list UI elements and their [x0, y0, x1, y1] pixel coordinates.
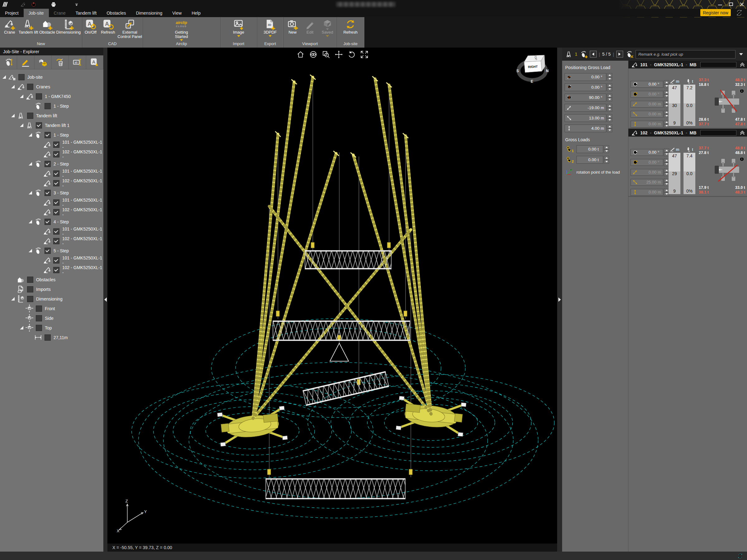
close-button[interactable]: [740, 2, 744, 6]
minimize-button[interactable]: [718, 2, 722, 6]
menu-tab[interactable]: Help: [187, 9, 206, 17]
rotate-view-button[interactable]: [347, 50, 356, 59]
value-input[interactable]: 0.00 °: [565, 73, 606, 81]
tree-item-checkbox[interactable]: [53, 151, 59, 157]
expander-icon[interactable]: [20, 326, 23, 329]
tree-item[interactable]: 5 - Step: [0, 246, 103, 256]
power-icon[interactable]: [30, 1, 37, 7]
tree-item-checkbox[interactable]: [53, 170, 59, 177]
tree-item-checkbox[interactable]: [36, 325, 42, 331]
value-input[interactable]: 25.00 m: [630, 179, 663, 186]
menu-tab[interactable]: Dimensioning: [131, 9, 168, 17]
menu-tab[interactable]: View: [168, 9, 187, 17]
tree-item-checkbox[interactable]: [45, 161, 51, 167]
tree-item-checkbox[interactable]: [53, 267, 59, 273]
expander-icon[interactable]: [29, 249, 32, 252]
value-input[interactable]: 0.00 °: [630, 159, 663, 166]
tree-item[interactable]: Cranes: [0, 82, 103, 91]
ribbon-button[interactable]: Getting Started: [168, 19, 195, 41]
ribbon-button[interactable]: Dimensioning: [56, 19, 81, 34]
expander-icon[interactable]: [29, 133, 32, 137]
expander-icon[interactable]: [11, 85, 15, 88]
tree-item-checkbox[interactable]: [18, 74, 25, 80]
expander-icon[interactable]: [11, 114, 15, 117]
rotation-point-row[interactable]: rotation point of the load: [565, 168, 626, 176]
tree-item[interactable]: 102 - GMK5250XL-1 -: [0, 236, 103, 246]
expander-icon[interactable]: [11, 297, 15, 300]
tree-item[interactable]: Side: [0, 313, 103, 323]
remark-dropdown-button[interactable]: [738, 50, 745, 58]
tree-item[interactable]: 102 - GMK5250XL-1 -: [0, 265, 103, 275]
quick-access-caret-icon[interactable]: [74, 1, 80, 7]
spin-up-button[interactable]: [604, 156, 609, 160]
value-input[interactable]: 4.00 m: [565, 125, 606, 132]
rename-tool-button[interactable]: [69, 55, 86, 69]
tree-item[interactable]: Job-site: [0, 72, 103, 82]
tree-item[interactable]: Tandem lift: [0, 111, 103, 121]
expander-icon[interactable]: [20, 124, 23, 127]
delete-tool-button[interactable]: [52, 55, 69, 69]
menu-tab[interactable]: Obstacles: [101, 9, 131, 17]
value-input[interactable]: 0.00 °: [630, 91, 663, 98]
tree-item-checkbox[interactable]: [53, 257, 59, 264]
orbit-button[interactable]: [309, 50, 317, 59]
tree-item[interactable]: Top: [0, 323, 103, 332]
tree-item[interactable]: 3 - Step: [0, 188, 103, 197]
tree-item-checkbox[interactable]: [53, 209, 59, 215]
spin-up-button[interactable]: [607, 94, 612, 98]
value-input[interactable]: 0.00 °: [630, 81, 663, 88]
tree-item[interactable]: 101 - GMK5250XL-1 -: [0, 197, 103, 207]
value-input[interactable]: 0.00 m: [630, 121, 663, 128]
expander-icon[interactable]: [20, 95, 23, 98]
register-now-button[interactable]: Register now: [700, 9, 731, 16]
crane-quick-icon[interactable]: [20, 1, 26, 7]
value-input[interactable]: 0.00 °: [565, 83, 606, 91]
ribbon-button[interactable]: Refresh: [342, 19, 359, 34]
tree-item-checkbox[interactable]: [53, 229, 59, 235]
tree-item[interactable]: 102 - GMK5250XL-1 -: [0, 207, 103, 217]
value-input[interactable]: 0.00 °: [630, 149, 663, 156]
ribbon-button[interactable]: External Control Panel: [117, 19, 143, 38]
tree-item-checkbox[interactable]: [36, 122, 42, 129]
tree-item[interactable]: 101 - GMK5250XL-1 -: [0, 169, 103, 178]
tree-item-checkbox[interactable]: [36, 315, 42, 321]
spin-down-button[interactable]: [607, 118, 612, 122]
spin-up-button[interactable]: [607, 73, 612, 77]
ribbon-button[interactable]: 3DPDF: [262, 19, 279, 37]
spin-up-button[interactable]: [604, 145, 609, 149]
view-cube-compass[interactable]: S N E RIGHT TOP: [514, 52, 551, 85]
ribbon-button[interactable]: Tandem lift: [19, 19, 38, 34]
value-input[interactable]: 0.00 m: [630, 189, 663, 196]
value-input[interactable]: -19.00 m: [565, 104, 606, 112]
draw-tool-button[interactable]: [17, 55, 34, 69]
menu-tab[interactable]: Project: [0, 9, 24, 17]
tree-item-checkbox[interactable]: [27, 113, 33, 119]
tree-item[interactable]: 102 - GMK5250XL-1 -: [0, 149, 103, 159]
menu-tab[interactable]: Job-site: [24, 9, 49, 17]
expander-icon[interactable]: [29, 191, 32, 194]
spin-down-button[interactable]: [607, 98, 612, 102]
tree-item-checkbox[interactable]: [45, 335, 51, 341]
collapse-card-icon[interactable]: [740, 131, 745, 135]
printer-icon[interactable]: [50, 1, 57, 7]
zoom-window-button[interactable]: [321, 50, 330, 59]
spin-down-button[interactable]: [607, 108, 612, 112]
tree-item-checkbox[interactable]: [53, 141, 59, 148]
crane-note-input[interactable]: [700, 62, 737, 68]
viewport-3d[interactable]: S N E RIGHT TOP Z Y X: [107, 48, 557, 543]
tree-item-checkbox[interactable]: [45, 132, 51, 138]
menu-tab[interactable]: Crane: [49, 9, 71, 17]
ribbon-button[interactable]: Crane: [1, 19, 18, 34]
spin-up-button[interactable]: [607, 125, 612, 129]
ribbon-button[interactable]: Obstacle: [39, 19, 56, 34]
tree-item-checkbox[interactable]: [36, 305, 42, 312]
previous-step-button[interactable]: [590, 51, 597, 58]
spin-up-button[interactable]: [607, 114, 612, 118]
annotation-tool-button[interactable]: [86, 55, 103, 69]
tree-item[interactable]: 102 - GMK5250XL-1 -: [0, 178, 103, 188]
spin-up-button[interactable]: [607, 104, 612, 108]
spin-down-button[interactable]: [607, 87, 612, 91]
expander-icon[interactable]: [29, 162, 32, 165]
gross-load-input[interactable]: 0.00 t: [576, 145, 603, 153]
tree-item[interactable]: 101 - GMK5250XL-1 -: [0, 226, 103, 236]
